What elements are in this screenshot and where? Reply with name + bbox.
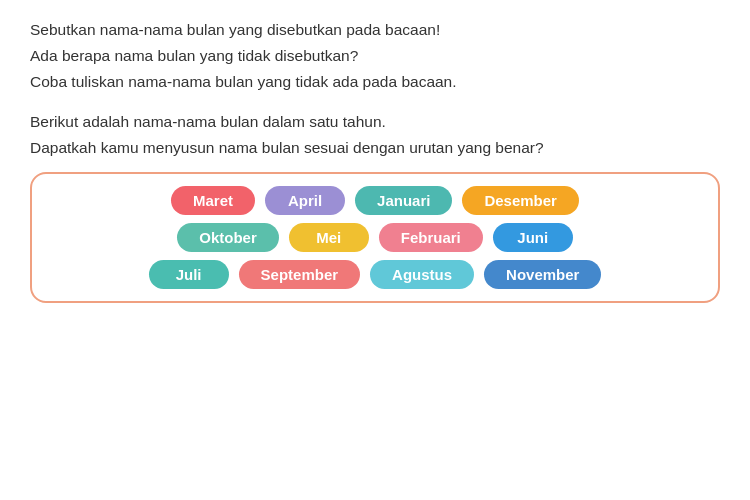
months-row-2: OktoberMeiFebruariJuni [48,223,702,252]
month-pill-juni[interactable]: Juni [493,223,573,252]
months-row-1: MaretAprilJanuariDesember [48,186,702,215]
spacer1 [30,96,720,110]
month-pill-desember[interactable]: Desember [462,186,579,215]
month-pill-agustus[interactable]: Agustus [370,260,474,289]
month-pill-september[interactable]: September [239,260,361,289]
month-pill-mei[interactable]: Mei [289,223,369,252]
month-pill-januari[interactable]: Januari [355,186,452,215]
month-pill-november[interactable]: November [484,260,601,289]
month-pill-februari[interactable]: Februari [379,223,483,252]
months-row-3: JuliSeptemberAgustusNovember [48,260,702,289]
text-line4: Berikut adalah nama-nama bulan dalam sat… [30,110,720,134]
month-pill-maret[interactable]: Maret [171,186,255,215]
text-line1: Sebutkan nama-nama bulan yang disebutkan… [30,18,720,42]
page: Sebutkan nama-nama bulan yang disebutkan… [0,0,750,500]
month-pill-oktober[interactable]: Oktober [177,223,279,252]
months-container: MaretAprilJanuariDesember OktoberMeiFebr… [30,172,720,303]
text-line3: Coba tuliskan nama-nama bulan yang tidak… [30,70,720,94]
month-pill-juli[interactable]: Juli [149,260,229,289]
text-line2: Ada berapa nama bulan yang tidak disebut… [30,44,720,68]
text-line5: Dapatkah kamu menyusun nama bulan sesuai… [30,136,720,160]
month-pill-april[interactable]: April [265,186,345,215]
